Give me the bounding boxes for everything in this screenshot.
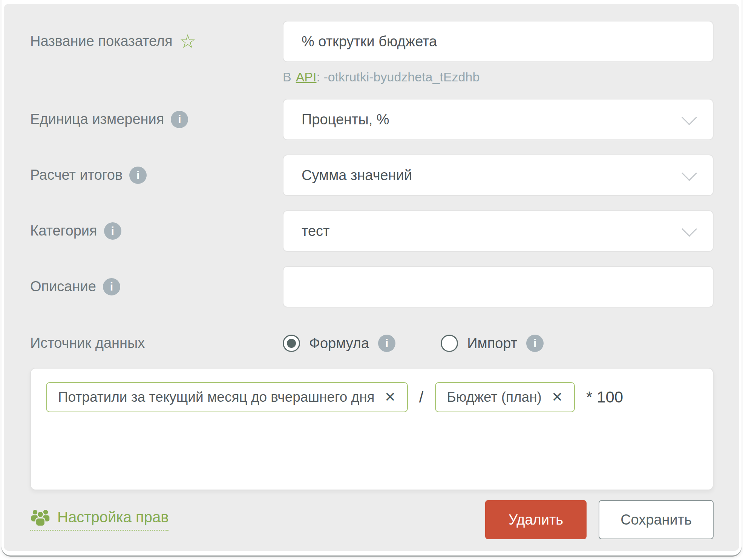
description-label: Описание [30,278,96,295]
category-label-group: Категория i [30,222,283,240]
chevron-down-icon [682,221,697,237]
metric-settings-panel: Название показателя ☆ ВAPI: -otkrutki-by… [4,4,739,551]
row-name: Название показателя ☆ [30,21,714,62]
metric-settings-window: Название показателя ☆ ВAPI: -otkrutki-by… [0,0,743,560]
description-input[interactable] [283,266,714,308]
footer: Настройка прав Удалить Сохранить [30,500,714,539]
radio-formula-label: Формула [309,335,369,352]
radio-import-circle[interactable] [441,335,458,352]
favorite-star-icon[interactable]: ☆ [179,32,196,51]
row-data-source: Источник данных Формула i Импорт i [30,335,714,352]
formula-tag-budget[interactable]: Бюджет (план) ✕ [435,382,575,412]
formula-info-icon[interactable]: i [378,335,395,352]
formula-tag-spent[interactable]: Потратили за текущий месяц до вчерашнего… [46,382,408,412]
row-totals: Расчет итогов i Сумма значений [30,155,714,196]
save-button[interactable]: Сохранить [599,500,714,539]
category-select[interactable]: тест [283,210,714,252]
metric-name-input[interactable] [283,21,714,62]
close-icon[interactable]: ✕ [552,390,563,404]
chevron-down-icon [682,110,697,125]
users-group-icon [30,509,51,526]
api-hint-prefix: В [283,70,291,84]
totals-select[interactable]: Сумма значений [283,155,714,196]
import-info-icon[interactable]: i [526,335,544,352]
unit-select-value: Проценты, % [302,112,389,128]
description-info-icon[interactable]: i [103,278,120,295]
row-category: Категория i тест [30,210,714,252]
formula-tag-spent-label: Потратили за текущий месяц до вчерашнего… [58,389,375,405]
unit-label: Единица измерения [30,111,164,128]
api-link[interactable]: API [296,70,317,84]
totals-label: Расчет итогов [30,167,123,184]
name-label-group: Название показателя ☆ [30,32,283,51]
totals-select-value: Сумма значений [302,167,412,184]
totals-info-icon[interactable]: i [129,167,147,184]
radio-import[interactable]: Импорт i [441,335,544,352]
radio-import-label: Импорт [467,335,517,352]
source-label-group: Источник данных [30,335,283,352]
formula-editor[interactable]: Потратили за текущий месяц до вчерашнего… [30,368,714,490]
formula-expression: Потратили за текущий месяц до вчерашнего… [46,382,698,412]
description-label-group: Описание i [30,278,283,295]
close-icon[interactable]: ✕ [385,390,396,404]
row-unit: Единица измерения i Проценты, % [30,99,714,140]
category-label: Категория [30,223,97,239]
category-info-icon[interactable]: i [104,222,121,240]
source-label: Источник данных [30,335,145,352]
chevron-down-icon [682,165,697,181]
permissions-link-label: Настройка прав [57,509,169,526]
unit-select[interactable]: Проценты, % [283,99,714,140]
category-select-value: тест [302,223,330,239]
row-api-hint: ВAPI: -otkrutki-byudzheta_tEzdhb [30,70,714,84]
footer-buttons: Удалить Сохранить [485,500,714,539]
formula-operator-divide: / [419,388,424,406]
delete-button[interactable]: Удалить [485,500,587,539]
unit-info-icon[interactable]: i [171,111,188,128]
api-hint: ВAPI: -otkrutki-byudzheta_tEzdhb [283,70,714,84]
unit-label-group: Единица измерения i [30,111,283,128]
totals-label-group: Расчет итогов i [30,167,283,184]
formula-operator-multiply: * 100 [586,388,623,406]
source-radio-group: Формула i Импорт i [283,335,714,352]
api-hint-value: : -otkrutki-byudzheta_tEzdhb [317,70,480,84]
name-label: Название показателя [30,33,173,50]
formula-tag-budget-label: Бюджет (план) [447,389,542,405]
row-description: Описание i [30,266,714,308]
radio-formula[interactable]: Формула i [283,335,395,352]
permissions-link[interactable]: Настройка прав [30,509,169,531]
radio-formula-circle[interactable] [283,335,300,352]
